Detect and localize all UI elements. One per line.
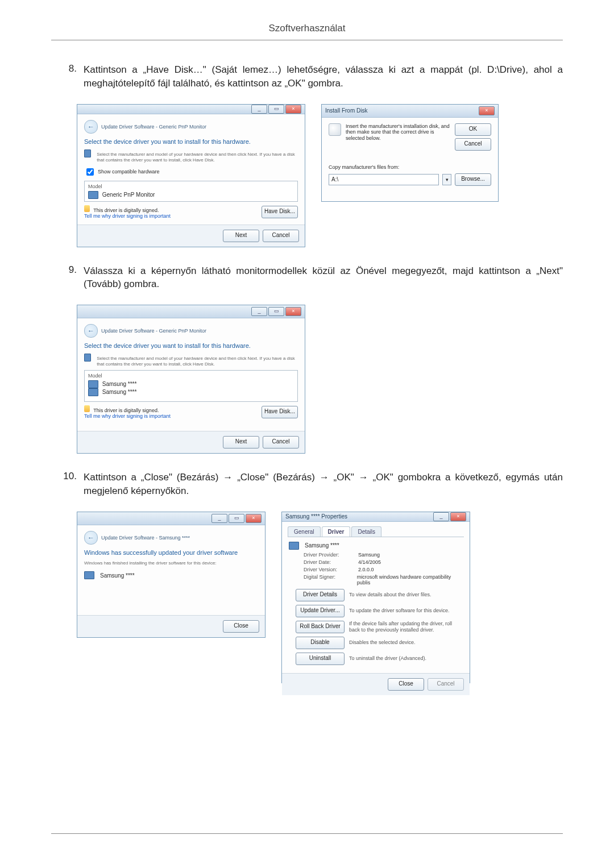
driver-details-button[interactable]: Driver Details <box>296 589 345 601</box>
window-close-icon[interactable]: × <box>479 106 495 115</box>
step-8-figures: _ ▭ × ← Update Driver Software - Generic… <box>51 104 563 247</box>
rollback-driver-button[interactable]: Roll Back Driver <box>296 621 345 633</box>
window-close-icon[interactable]: × <box>246 514 262 523</box>
prop-version-k: Driver Version: <box>304 567 352 572</box>
window-max-icon[interactable]: ▭ <box>229 514 244 523</box>
driver-details-desc: To view details about the driver files. <box>349 592 463 598</box>
model-listbox-item-label: Generic PnP Monitor <box>102 191 155 197</box>
step-8-number: 8. <box>51 63 84 90</box>
prop-provider-k: Driver Provider: <box>304 552 352 558</box>
step-8-text: Kattintson a „Have Disk…" (Saját lemez…)… <box>84 63 563 90</box>
window-min-icon[interactable]: _ <box>251 307 267 316</box>
window-min-icon[interactable]: _ <box>251 105 267 114</box>
uninstall-button[interactable]: Uninstall <box>296 653 345 665</box>
disable-desc: Disables the selected device. <box>349 639 463 646</box>
update-driver-button[interactable]: Update Driver... <box>296 605 345 617</box>
footer-rule <box>51 833 563 834</box>
monitor-icon <box>88 388 98 396</box>
model-listbox[interactable]: Model Samsung **** Samsung **** <box>84 370 298 402</box>
dialog-note: Windows has finished installing the driv… <box>84 560 258 566</box>
window-close-icon[interactable]: × <box>450 512 466 521</box>
shield-icon <box>84 205 90 212</box>
model-listbox-item-label: Samsung **** <box>102 381 137 387</box>
step-9: 9. Válassza ki a képernyőn látható monit… <box>51 264 563 292</box>
prop-date-v: 4/14/2005 <box>358 559 381 565</box>
install-from-disk-dialog: Install From Disk × Insert the manufactu… <box>321 104 499 202</box>
next-button[interactable]: Next <box>223 230 259 242</box>
update-success-dialog: _ ▭ × ← Update Driver Software - Samsung… <box>77 512 265 638</box>
window-min-icon[interactable]: _ <box>211 514 227 523</box>
tab-general[interactable]: General <box>288 526 321 537</box>
tab-details[interactable]: Details <box>351 526 381 537</box>
model-listbox[interactable]: Model Generic PnP Monitor <box>84 181 298 202</box>
dialog-titlebar: _ ▭ × <box>77 512 265 525</box>
dialog-heading: Windows has successfully updated your dr… <box>84 549 258 556</box>
window-max-icon[interactable]: ▭ <box>268 307 284 316</box>
update-driver-dialog: _ ▭ × ← Update Driver Software - Generic… <box>77 104 305 247</box>
back-icon[interactable]: ← <box>84 531 98 545</box>
model-listbox-label: Model <box>88 373 294 379</box>
dialog-titlebar: Samsung **** Properties _ × <box>282 512 470 522</box>
shield-icon <box>84 405 90 412</box>
dialog-titlebar: Install From Disk × <box>322 105 498 118</box>
page-title: Szoftverhasználat <box>51 0 563 34</box>
step-9-number: 9. <box>51 264 84 292</box>
window-min-icon[interactable]: _ <box>433 512 449 521</box>
step-10: 10. Kattintson a „Close" (Bezárás) → „Cl… <box>51 471 563 498</box>
step-8: 8. Kattintson a „Have Disk…" (Saját leme… <box>51 63 563 90</box>
window-max-icon[interactable]: ▭ <box>268 105 284 114</box>
monitor-icon <box>88 191 98 199</box>
tab-driver[interactable]: Driver <box>322 526 351 537</box>
disk-icon <box>329 123 341 136</box>
step-9-text: Válassza ki a képernyőn látható monitorm… <box>84 264 563 292</box>
model-listbox-label: Model <box>88 184 294 189</box>
have-disk-button[interactable]: Have Disk... <box>262 406 298 418</box>
close-button[interactable]: Close <box>388 678 424 691</box>
compatible-checkbox[interactable] <box>86 168 94 176</box>
prop-provider-v: Samsung <box>358 552 380 558</box>
model-listbox-item[interactable]: Samsung **** <box>88 380 294 388</box>
have-disk-button[interactable]: Have Disk... <box>262 206 298 218</box>
monitor-icon <box>84 571 94 579</box>
breadcrumb: ← Update Driver Software - Generic PnP M… <box>84 324 298 338</box>
breadcrumb: ← Update Driver Software - Samsung **** <box>84 531 258 545</box>
dialog-title: Install From Disk <box>325 107 367 114</box>
dialog-note: Select the manufacturer and model of you… <box>97 152 298 163</box>
prop-date-k: Driver Date: <box>304 559 352 565</box>
prop-signer-v: microsoft windows hardware compatibility… <box>357 574 463 585</box>
cancel-button[interactable]: Cancel <box>455 138 491 151</box>
signed-link[interactable]: Tell me why driver signing is important <box>84 413 171 419</box>
back-icon[interactable]: ← <box>84 120 98 134</box>
signed-link[interactable]: Tell me why driver signing is important <box>84 213 171 219</box>
back-icon[interactable]: ← <box>84 324 98 338</box>
next-button[interactable]: Next <box>223 436 259 448</box>
breadcrumb: ← Update Driver Software - Generic PnP M… <box>84 120 298 134</box>
uninstall-desc: To uninstall the driver (Advanced). <box>349 655 463 662</box>
cancel-button: Cancel <box>428 678 464 691</box>
step-10-text: Kattintson a „Close" (Bezárás) → „Close"… <box>84 471 563 498</box>
cancel-button[interactable]: Cancel <box>263 230 299 242</box>
model-listbox-item-label: Samsung **** <box>102 389 137 395</box>
step-10-number: 10. <box>51 471 84 498</box>
dropdown-icon[interactable]: ▾ <box>442 174 451 185</box>
close-button[interactable]: Close <box>223 620 259 633</box>
update-driver-desc: To update the driver software for this d… <box>349 608 463 614</box>
breadcrumb-text: Update Driver Software - Generic PnP Mon… <box>101 124 206 130</box>
browse-button[interactable]: Browse... <box>455 173 491 186</box>
model-listbox-item[interactable]: Samsung **** <box>88 388 294 396</box>
window-close-icon[interactable]: × <box>285 307 301 316</box>
model-listbox-item[interactable]: Generic PnP Monitor <box>88 191 294 199</box>
device-name: Samsung **** <box>100 572 135 579</box>
install-from-disk-msg: Insert the manufacturer's installation d… <box>346 123 450 142</box>
step-9-figures: _ ▭ × ← Update Driver Software - Generic… <box>51 305 563 454</box>
monitor-icon <box>84 149 91 157</box>
cancel-button[interactable]: Cancel <box>263 436 299 448</box>
path-input[interactable]: A:\ <box>329 174 439 185</box>
signed-text: This driver is digitally signed. <box>93 207 159 213</box>
window-close-icon[interactable]: × <box>285 105 301 114</box>
dialog-title: Samsung **** Properties <box>285 513 347 520</box>
disable-button[interactable]: Disable <box>296 637 345 649</box>
ok-button[interactable]: OK <box>455 123 491 136</box>
step-10-figures: _ ▭ × ← Update Driver Software - Samsung… <box>51 512 563 683</box>
breadcrumb-text: Update Driver Software - Generic PnP Mon… <box>101 328 206 334</box>
